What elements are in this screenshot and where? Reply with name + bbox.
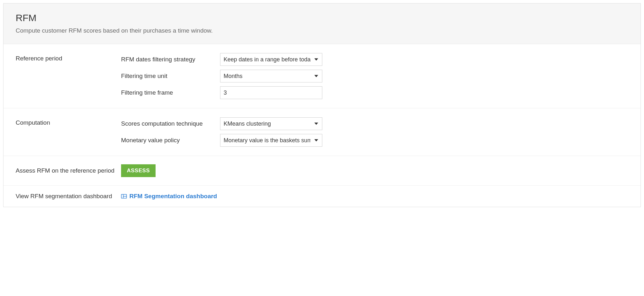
label-technique: Scores computation technique: [121, 120, 220, 127]
select-technique-value: KMeans clustering: [224, 121, 310, 127]
select-filtering-strategy-value: Keep dates in a range before toda: [224, 56, 310, 63]
label-time-frame: Filtering time frame: [121, 89, 220, 96]
caret-down-icon: [314, 58, 318, 61]
assess-button[interactable]: ASSESS: [121, 164, 156, 177]
rfm-panel: RFM Compute customer RFM scores based on…: [3, 3, 641, 207]
dashboard-link[interactable]: RFM Segmentation dashboard: [121, 193, 217, 200]
section-reference-period: Reference period RFM dates filtering str…: [4, 44, 640, 108]
caret-down-icon: [314, 75, 318, 77]
select-technique[interactable]: KMeans clustering: [220, 117, 322, 130]
dashboard-link-text: RFM Segmentation dashboard: [129, 193, 217, 200]
label-monetary-policy: Monetary value policy: [121, 137, 220, 144]
select-time-unit[interactable]: Months: [220, 70, 322, 82]
section-label-reference-period: Reference period: [16, 53, 121, 62]
select-filtering-strategy[interactable]: Keep dates in a range before toda: [220, 53, 322, 66]
section-computation: Computation Scores computation technique…: [4, 108, 640, 156]
caret-down-icon: [314, 123, 318, 125]
input-time-frame[interactable]: [224, 90, 310, 96]
dashboard-icon: [121, 194, 127, 199]
label-filtering-strategy: RFM dates filtering strategy: [121, 56, 220, 63]
page-title: RFM: [16, 12, 628, 23]
section-assess: Assess RFM on the reference period ASSES…: [4, 156, 640, 186]
page-subtitle: Compute customer RFM scores based on the…: [16, 27, 628, 34]
section-label-assess: Assess RFM on the reference period: [16, 167, 121, 174]
section-label-dashboard: View RFM segmentation dashboard: [16, 193, 121, 200]
select-monetary-policy[interactable]: Monetary value is the baskets sum: [220, 134, 322, 147]
select-time-unit-value: Months: [224, 73, 310, 80]
section-label-computation: Computation: [16, 117, 121, 126]
input-time-frame-wrapper: [220, 86, 322, 99]
section-dashboard: View RFM segmentation dashboard RFM Segm…: [4, 186, 640, 207]
label-time-unit: Filtering time unit: [121, 73, 220, 80]
select-monetary-policy-value: Monetary value is the baskets sum: [224, 137, 310, 144]
panel-header: RFM Compute customer RFM scores based on…: [4, 4, 640, 44]
caret-down-icon: [314, 139, 318, 142]
